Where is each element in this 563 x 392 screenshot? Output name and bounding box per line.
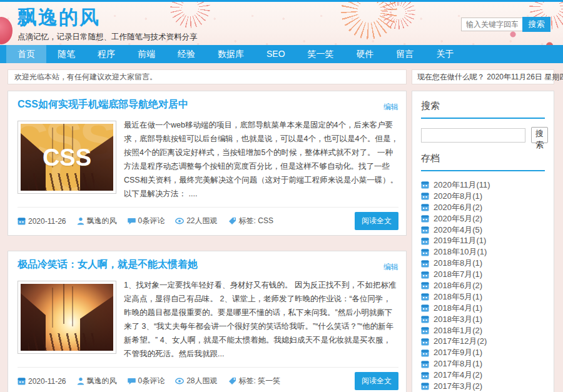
archive-item[interactable]: 2017年8月(1) xyxy=(421,358,545,369)
post-views: 28人围观 xyxy=(175,376,217,386)
sidebar-search-input[interactable] xyxy=(421,128,525,143)
post-excerpt: 1、找对象一定要找年轻好看、身材好又有钱的。 因为反正找不到，不如把标准定高点，… xyxy=(124,278,398,361)
thumb-label: CSS xyxy=(21,144,113,171)
post-tags[interactable]: 标签: CSS xyxy=(228,216,273,226)
archive-link[interactable]: 2017年8月(1) xyxy=(434,358,482,369)
nav-item[interactable]: 程序 xyxy=(86,45,126,63)
nav-item[interactable]: SEO xyxy=(255,45,297,63)
archive-link[interactable]: 2018年8月(1) xyxy=(434,258,482,269)
archive-link[interactable]: 2019年11月(1) xyxy=(434,235,486,246)
archive-item[interactable]: 2017年12月(2) xyxy=(421,336,545,347)
nav-item[interactable]: 笑一笑 xyxy=(297,45,345,63)
archive-item[interactable]: 2020年8月(1) xyxy=(421,191,545,202)
header-search-input[interactable] xyxy=(461,18,522,31)
archive-link[interactable]: 2017年4月(2) xyxy=(434,369,482,381)
archive-item[interactable]: 2020年6月(2) xyxy=(421,202,545,213)
nav-item[interactable]: 数据库 xyxy=(206,45,255,63)
calendar-icon xyxy=(421,237,429,245)
nav-item[interactable]: 首页 xyxy=(6,45,46,63)
archive-link[interactable]: 2017年12月(2) xyxy=(434,336,487,347)
archive-link[interactable]: 2018年6月(2) xyxy=(434,280,482,291)
post-title[interactable]: 极品冷笑话：女人啊，就是不能太惯着她 xyxy=(18,258,198,271)
calendar-icon xyxy=(421,326,429,334)
calendar-icon xyxy=(421,293,429,301)
calendar-icon xyxy=(18,217,26,225)
archive-item[interactable]: 2017年3月(2) xyxy=(421,381,545,392)
archive-link[interactable]: 2018年10月(1) xyxy=(434,246,487,258)
archive-item[interactable]: 2020年5月(2) xyxy=(421,213,545,224)
archive-item[interactable]: 2018年5月(1) xyxy=(421,291,545,303)
archive-item[interactable]: 2017年4月(2) xyxy=(421,369,545,381)
post-date: 2020-11-26 xyxy=(18,217,66,226)
archive-item[interactable]: 2019年11月(1) xyxy=(421,235,545,246)
tag-icon xyxy=(228,217,236,225)
archive-item[interactable]: 2017年9月(1) xyxy=(421,347,545,358)
site-title[interactable]: 飘逸的风 xyxy=(18,4,100,31)
archive-item[interactable]: 2018年8月(1) xyxy=(421,258,545,269)
archive-item[interactable]: 2018年1月(2) xyxy=(421,325,545,336)
sidebar-search-button[interactable]: 搜索 xyxy=(531,127,548,143)
nav-item[interactable]: 硬件 xyxy=(345,45,385,63)
post-edit-link[interactable]: 编辑 xyxy=(383,262,398,273)
nav-item[interactable]: 前端 xyxy=(126,45,166,63)
post-thumbnail[interactable] xyxy=(18,281,116,354)
archive-link[interactable]: 2020年6月(2) xyxy=(434,202,482,213)
archive-link[interactable]: 2018年4月(1) xyxy=(434,303,482,314)
archive-link[interactable]: 2018年5月(1) xyxy=(434,291,482,303)
firework-decoration xyxy=(382,2,415,29)
archive-list: 2020年11月(11) 2020年8月(1) 2020年6月( xyxy=(421,179,545,392)
archive-link[interactable]: 2018年3月(1) xyxy=(434,314,482,325)
archive-link[interactable]: 2017年9月(1) xyxy=(434,347,482,358)
comment-icon xyxy=(128,378,136,385)
comment-icon xyxy=(128,218,136,225)
read-more-button[interactable]: 阅读全文 xyxy=(355,372,398,390)
post-views: 22人围观 xyxy=(175,216,217,226)
archive-item[interactable]: 2020年4月(5) xyxy=(421,224,545,236)
main-nav: 首页 随笔 程序 前端 经验 数据库 SEO 笑一笑 硬件 留言 关于 xyxy=(0,45,563,63)
post-author[interactable]: 飘逸的风 xyxy=(77,376,117,386)
eye-icon xyxy=(175,218,184,224)
nav-item[interactable]: 经验 xyxy=(166,45,206,63)
post-comments[interactable]: 0条评论 xyxy=(128,216,165,226)
archive-link[interactable]: 2018年1月(2) xyxy=(434,325,482,336)
calendar-icon xyxy=(421,214,429,223)
archive-link[interactable]: 2018年7月(1) xyxy=(434,269,482,280)
archive-link[interactable]: 2020年5月(2) xyxy=(434,213,482,224)
post-thumbnail[interactable]: CSS CSS CSS xyxy=(18,121,116,194)
calendar-icon xyxy=(18,377,26,385)
firework-decoration xyxy=(341,2,397,39)
post-author[interactable]: 飘逸的风 xyxy=(77,216,117,226)
header-search-button[interactable]: 搜索 xyxy=(522,17,550,32)
thumb-scenery xyxy=(28,333,95,351)
post-comments[interactable]: 0条评论 xyxy=(128,376,165,386)
post-tags[interactable]: 标签: 笑一笑 xyxy=(228,376,281,386)
post-edit-link[interactable]: 编辑 xyxy=(383,102,398,113)
archive-item[interactable]: 2020年11月(11) xyxy=(421,179,545,191)
page-body: 欢迎光临本站，有任何建议欢迎大家留言。 现在您在做什么呢？ 2020年11月26… xyxy=(0,63,563,392)
post-card: CSS如何实现手机端底部导航绝对居中 编辑 CSS CSS xyxy=(8,91,407,236)
widget-divider xyxy=(421,170,545,171)
archive-item[interactable]: 2018年10月(1) xyxy=(421,246,545,258)
archive-item[interactable]: 2018年7月(1) xyxy=(421,269,545,280)
nav-item[interactable]: 关于 xyxy=(425,45,465,63)
archive-item[interactable]: 2018年3月(1) xyxy=(421,314,545,325)
archive-link[interactable]: 2020年8月(1) xyxy=(434,191,482,202)
calendar-icon xyxy=(421,371,429,379)
archive-link[interactable]: 2017年3月(2) xyxy=(434,381,482,392)
archive-link[interactable]: 2020年4月(5) xyxy=(434,224,482,236)
nav-item[interactable]: 留言 xyxy=(385,45,425,63)
nav-item[interactable]: 随笔 xyxy=(46,45,86,63)
read-more-button[interactable]: 阅读全文 xyxy=(355,212,398,230)
calendar-icon xyxy=(421,203,429,211)
sidebar-search-title: 搜索 xyxy=(421,100,545,112)
user-icon xyxy=(77,217,84,225)
archive-item[interactable]: 2018年4月(1) xyxy=(421,303,545,314)
site-header: 飘逸的风 点滴记忆，记录日常随想、工作随笔与技术资料分享 搜索 xyxy=(0,2,563,45)
archive-item[interactable]: 2018年6月(2) xyxy=(421,280,545,291)
date-notice: 现在您在做什么呢？ 2020年11月26日 星期四 xyxy=(412,69,554,84)
post-title[interactable]: CSS如何实现手机端底部导航绝对居中 xyxy=(18,98,188,111)
archive-link[interactable]: 2020年11月(11) xyxy=(434,179,490,191)
calendar-icon xyxy=(421,349,429,357)
sidebar-search: 搜索 xyxy=(421,127,545,143)
header-search: 搜索 xyxy=(461,17,550,32)
